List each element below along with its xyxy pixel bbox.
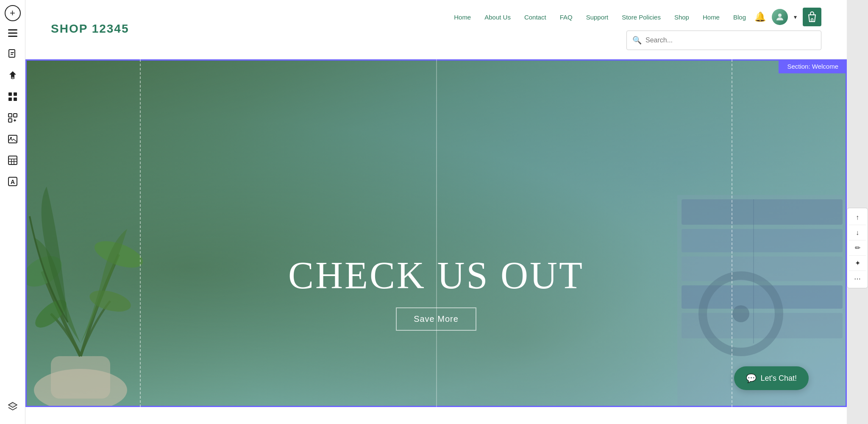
- svg-rect-2: [8, 36, 17, 37]
- nav-support[interactable]: Support: [586, 14, 609, 21]
- search-wrap: 🔍: [626, 31, 821, 50]
- svg-rect-7: [8, 92, 12, 96]
- svg-text:A: A: [11, 179, 15, 185]
- puzzle-icon[interactable]: [3, 109, 22, 127]
- svg-point-6: [11, 77, 14, 79]
- nav-shop[interactable]: Shop: [674, 14, 689, 21]
- logo[interactable]: SHOP 12345: [51, 22, 129, 36]
- svg-rect-31: [682, 199, 843, 225]
- svg-rect-16: [8, 156, 17, 165]
- left-sidebar: +: [0, 0, 25, 424]
- hero-subtitle: Save More: [414, 314, 459, 324]
- svg-point-23: [778, 14, 782, 17]
- cart-count: 0: [810, 17, 813, 23]
- svg-rect-4: [11, 52, 14, 53]
- svg-rect-10: [14, 98, 17, 101]
- table-icon[interactable]: [3, 151, 22, 170]
- header-tools: 🔔 ▾: [754, 8, 821, 26]
- add-section-icon[interactable]: +: [5, 5, 21, 21]
- notification-bell-icon[interactable]: 🔔: [754, 11, 766, 22]
- hero-cta-button[interactable]: Save More: [396, 307, 476, 331]
- main-content: SHOP 12345 Home About Us Contact FAQ Sup…: [25, 0, 847, 424]
- header: SHOP 12345 Home About Us Contact FAQ Sup…: [25, 0, 847, 59]
- apps-icon[interactable]: [3, 87, 22, 106]
- svg-rect-5: [11, 54, 13, 55]
- cart-icon-wrap[interactable]: 0: [803, 8, 821, 26]
- right-sidebar: ↑ ↓ ✏ ✦ ⋯: [847, 0, 868, 424]
- image-icon[interactable]: [3, 130, 22, 148]
- chat-button[interactable]: 💬 Let's Chat!: [734, 366, 809, 390]
- nav-contact[interactable]: Contact: [524, 14, 546, 21]
- nav-store-policies[interactable]: Store Policies: [622, 14, 661, 21]
- document-icon[interactable]: [3, 45, 22, 64]
- section-label[interactable]: Section: Welcome: [779, 59, 847, 73]
- svg-rect-25: [51, 356, 110, 399]
- hero-title: CHECK US OUT: [288, 257, 584, 295]
- more-options-button[interactable]: ⋯: [849, 271, 866, 286]
- nav-blog[interactable]: Blog: [733, 14, 746, 21]
- nav-about[interactable]: About Us: [484, 14, 511, 21]
- svg-rect-1: [8, 33, 17, 34]
- header-top: SHOP 12345 Home About Us Contact FAQ Sup…: [51, 0, 821, 50]
- font-icon[interactable]: A: [3, 172, 22, 191]
- chat-label: Let's Chat!: [761, 374, 797, 383]
- nav-faq[interactable]: FAQ: [560, 14, 573, 21]
- plant-decoration-left: [25, 153, 170, 407]
- svg-rect-12: [14, 114, 17, 117]
- svg-rect-13: [8, 119, 12, 122]
- nav-home2[interactable]: Home: [703, 14, 720, 21]
- nav-links: Home About Us Contact FAQ Support Store …: [454, 14, 746, 21]
- nav-and-tools: Home About Us Contact FAQ Support Store …: [454, 8, 821, 50]
- move-down-button[interactable]: ↓: [849, 225, 866, 240]
- svg-rect-32: [682, 229, 843, 252]
- layers-icon[interactable]: [3, 397, 22, 416]
- svg-rect-8: [14, 92, 17, 96]
- move-up-button[interactable]: ↑: [849, 210, 866, 225]
- nav-home[interactable]: Home: [454, 14, 471, 21]
- svg-rect-11: [8, 114, 12, 117]
- hero-content: CHECK US OUT Save More: [288, 257, 584, 331]
- hamburger-icon[interactable]: [3, 24, 22, 42]
- edit-section-button[interactable]: ✏: [849, 240, 866, 256]
- magic-button[interactable]: ✦: [849, 256, 866, 271]
- right-sidebar-controls: ↑ ↓ ✏ ✦ ⋯: [847, 208, 868, 288]
- hero-section: Section: Welcome: [25, 59, 847, 407]
- svg-rect-3: [9, 50, 15, 57]
- theme-icon[interactable]: [3, 66, 22, 85]
- svg-rect-0: [8, 29, 17, 31]
- svg-rect-9: [8, 98, 12, 101]
- chat-bubble-icon: 💬: [746, 373, 757, 383]
- user-menu-chevron-icon[interactable]: ▾: [794, 14, 797, 20]
- search-input[interactable]: [626, 31, 821, 50]
- user-avatar[interactable]: [772, 9, 788, 25]
- svg-point-38: [732, 305, 749, 322]
